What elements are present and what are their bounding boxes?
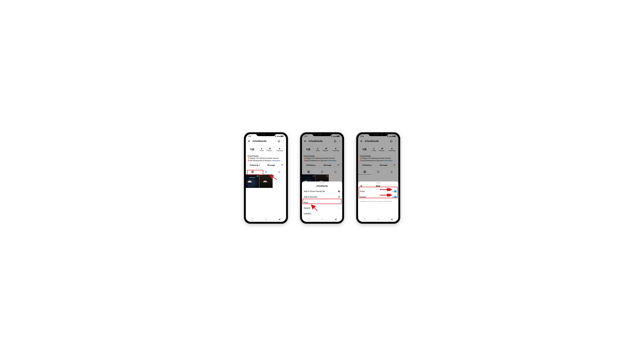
mute-note: Instagram won't let them know you muted … <box>358 200 398 203</box>
reel-icon <box>257 175 258 177</box>
nav-home-icon[interactable] <box>265 219 267 221</box>
svg-rect-6 <box>278 171 280 173</box>
post-grid: LIFE IS SHORT <box>246 174 286 188</box>
chevron-right-icon <box>338 207 340 209</box>
tab-grid[interactable] <box>246 169 259 174</box>
message-button[interactable]: Message <box>264 163 279 167</box>
svg-point-7 <box>279 171 280 172</box>
phone-notch <box>312 132 332 136</box>
sheet-back-icon[interactable] <box>360 185 363 188</box>
post-thumbnail[interactable] <box>259 174 272 188</box>
nav-home-icon[interactable] <box>377 219 379 221</box>
profile-row: VB 2Posts 47Followe… 6Following <box>246 144 286 154</box>
svg-point-1 <box>283 141 284 141</box>
nav-recent-icon[interactable] <box>252 219 254 221</box>
screen-2: 3:37 72B/s virtualbanda VB 2Posts 47Foll… <box>302 134 342 222</box>
profile-header: virtualbanda <box>246 138 286 144</box>
bio-line2: 🧠Self Development & Business <box>248 160 272 161</box>
mute-sheet: Mute Posts Stories Instagram won't let t… <box>358 182 398 222</box>
svg-point-0 <box>283 140 284 141</box>
display-name: Virtual Banda <box>248 155 284 157</box>
post-thumbnail[interactable]: LIFE IS SHORT <box>246 174 259 188</box>
android-nav <box>358 217 398 222</box>
phone-step2: 3:37 72B/s virtualbanda VB 2Posts 47Foll… <box>300 132 344 224</box>
bio: Virtual Banda 🏆Helping YOU Become the Be… <box>246 154 286 163</box>
phone-notch <box>256 132 276 136</box>
android-nav <box>246 217 286 222</box>
mute-stories-row: Stories <box>358 194 398 200</box>
stat-followers[interactable]: 47Followe… <box>267 147 274 151</box>
suggest-users-button[interactable] <box>280 163 285 167</box>
profile-tabs <box>246 169 286 174</box>
mute-stories-toggle[interactable] <box>392 196 396 198</box>
bio-hashtag[interactable]: #Motivation <box>272 160 280 161</box>
phone-step1: 3:37 363B/s virtualbanda VB 2Post <box>244 132 288 224</box>
phone-step3: 3:38 494B/s virtualbanda VB 2Posts 47Fol… <box>356 132 400 224</box>
sheet-handle[interactable] <box>376 183 380 183</box>
svg-point-3 <box>282 164 282 165</box>
svg-rect-5 <box>265 171 267 173</box>
signal-icon <box>277 136 278 137</box>
sheet-title: virtualbanda <box>302 184 342 189</box>
chevron-down-icon <box>259 165 260 166</box>
header-username: virtualbanda <box>252 140 276 142</box>
svg-rect-4 <box>252 171 254 173</box>
nav-back-icon[interactable] <box>335 218 336 221</box>
bio-line1: 🏆Helping YOU Become the Best Version! <box>248 157 284 159</box>
back-icon[interactable] <box>248 140 250 143</box>
mute-posts-label: Posts <box>360 190 365 193</box>
chevron-right-icon <box>338 201 340 204</box>
tab-tagged[interactable] <box>272 169 286 174</box>
screen-3: 3:38 494B/s virtualbanda VB 2Posts 47Fol… <box>358 134 398 222</box>
menu-mute[interactable]: Mute <box>302 200 342 205</box>
nav-back-icon[interactable] <box>278 218 280 221</box>
signal-icon <box>279 136 280 137</box>
nav-back-icon[interactable] <box>391 218 392 221</box>
mute-stories-label: Stories <box>360 196 366 198</box>
screen-1: 3:37 363B/s virtualbanda VB 2Post <box>246 134 286 222</box>
bell-icon[interactable] <box>278 140 280 143</box>
following-button[interactable]: Following <box>247 163 263 167</box>
avatar[interactable]: VB <box>248 145 257 154</box>
menu-close-friends[interactable]: Add to Close Friends list <box>302 189 342 194</box>
stat-posts[interactable]: 2Posts <box>260 147 264 151</box>
more-icon[interactable] <box>282 140 284 143</box>
mute-posts-toggle[interactable] <box>392 190 396 192</box>
status-time: 3:37 <box>248 135 251 137</box>
mute-posts-row: Posts <box>358 189 398 194</box>
battery-icon <box>281 135 284 137</box>
profile-buttons: Following Message <box>246 163 286 167</box>
menu-unfollow[interactable]: Unfollow <box>302 211 342 216</box>
following-sheet: virtualbanda Add to Close Friends list A… <box>302 182 342 222</box>
nav-recent-icon[interactable] <box>364 219 366 221</box>
android-nav <box>302 217 342 222</box>
menu-favorites[interactable]: Add to favorites <box>302 194 342 200</box>
nav-recent-icon[interactable] <box>308 219 310 221</box>
reel-icon <box>270 175 272 177</box>
menu-restrict[interactable]: Restrict <box>302 205 342 211</box>
svg-point-2 <box>283 141 284 142</box>
star-icon <box>338 196 340 198</box>
sheet-title: Mute <box>358 184 398 189</box>
phone-notch <box>368 132 388 136</box>
stat-following[interactable]: 6Following <box>276 147 283 151</box>
tab-reels[interactable] <box>259 169 272 174</box>
sheet-handle[interactable] <box>320 183 324 183</box>
nav-home-icon[interactable] <box>321 219 323 221</box>
star-circle-icon <box>338 190 340 193</box>
